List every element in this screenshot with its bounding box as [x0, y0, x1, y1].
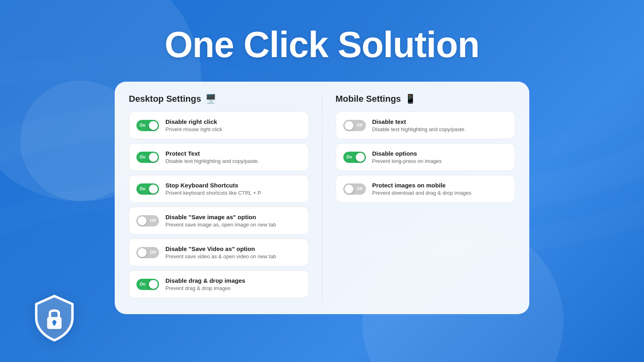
mobile-icon: 📱	[405, 94, 416, 104]
setting-title-protect-images-mobile: Protect images on mobile	[372, 182, 508, 189]
toggle-knob-3	[149, 185, 158, 193]
setting-desc-save-video: Prevent save video as & open video on ne…	[165, 253, 301, 259]
setting-text-disable-right-click: Disable right click Privent mouse right …	[165, 118, 301, 132]
setting-text-drag-drop: Disable drag & drop images Prevent drag …	[165, 277, 301, 291]
toggle-knob-m1	[345, 121, 353, 130]
setting-title-protect-text: Protect Text	[165, 150, 301, 157]
setting-title-drag-drop: Disable drag & drop images	[165, 277, 301, 284]
setting-desc-protect-text: Disable text highlighting and copy/paste…	[165, 158, 301, 164]
shield-lock-icon	[28, 292, 80, 346]
toggle-protect-images-mobile[interactable]: Off	[343, 183, 366, 195]
settings-card: Desktop Settings 🖥️ On Disable right cli…	[115, 82, 529, 314]
toggle-label-on-m2: On	[347, 155, 353, 159]
setting-item-disable-options-mobile: On Disable options Prevent long-press on…	[336, 143, 516, 171]
panel-divider	[322, 94, 322, 302]
setting-item-disable-right-click: On Disable right click Privent mouse rig…	[129, 111, 309, 139]
toggle-label-on: On	[140, 123, 146, 128]
setting-item-protect-text: On Protect Text Disable text highlightin…	[129, 143, 309, 171]
setting-desc-disable-text-mobile: Disable text highlighting and copy/paste…	[372, 126, 508, 132]
desktop-panel-title-text: Desktop Settings	[129, 94, 201, 104]
setting-item-save-image: Off Disable "Save image as" option Preve…	[129, 207, 309, 234]
toggle-knob-4	[138, 216, 147, 225]
svg-rect-2	[53, 322, 56, 325]
setting-text-save-image: Disable "Save image as" option Prevent s…	[165, 214, 301, 228]
setting-item-disable-text-mobile: Off Disable text Disable text highlighti…	[336, 111, 516, 139]
toggle-label-on-3: On	[140, 187, 146, 191]
toggle-knob	[149, 121, 158, 130]
setting-title-disable-options-mobile: Disable options	[372, 150, 508, 157]
toggle-knob-6	[149, 280, 158, 289]
setting-item-save-video: Off Disable "Save Video as" option Preve…	[129, 239, 309, 266]
toggle-disable-right-click[interactable]: On	[136, 120, 159, 131]
page-title: One Click Solution	[165, 24, 479, 66]
desktop-panel: Desktop Settings 🖥️ On Disable right cli…	[129, 94, 309, 302]
page-content: One Click Solution Desktop Settings 🖥️ O…	[0, 0, 644, 362]
mobile-panel-title: Mobile Settings 📱	[336, 94, 516, 104]
toggle-knob-5	[138, 248, 147, 257]
toggle-drag-drop[interactable]: On	[136, 279, 159, 290]
desktop-panel-title: Desktop Settings 🖥️	[129, 94, 309, 104]
setting-desc-save-image: Prevent save image as, open image on new…	[165, 222, 301, 228]
toggle-label-off-m3: Off	[357, 187, 363, 191]
setting-desc-disable-right-click: Privent mouse right click	[165, 126, 301, 132]
toggle-save-video[interactable]: Off	[136, 247, 159, 258]
setting-title-disable-text-mobile: Disable text	[372, 118, 508, 125]
setting-title-keyboard-shortcuts: Stop Keyboard Shortcuts	[165, 182, 301, 189]
toggle-label-off-5: Off	[150, 250, 156, 255]
toggle-keyboard-shortcuts[interactable]: On	[136, 183, 159, 195]
toggle-label-on-2: On	[140, 155, 146, 159]
mobile-panel: Mobile Settings 📱 Off Disable text Disab…	[336, 94, 516, 302]
setting-item-drag-drop: On Disable drag & drop images Prevent dr…	[129, 270, 309, 298]
mobile-panel-title-text: Mobile Settings	[336, 94, 401, 104]
setting-title-save-image: Disable "Save image as" option	[165, 214, 301, 220]
toggle-label-off-4: Off	[150, 218, 156, 223]
toggle-disable-text-mobile[interactable]: Off	[343, 120, 366, 131]
desktop-icon: 🖥️	[205, 94, 216, 104]
toggle-disable-options-mobile[interactable]: On	[343, 152, 366, 163]
setting-title-disable-right-click: Disable right click	[165, 118, 301, 125]
setting-item-protect-images-mobile: Off Protect images on mobile Prevent dow…	[336, 175, 516, 203]
toggle-knob-m2	[356, 153, 365, 162]
toggle-label-on-6: On	[140, 282, 146, 286]
setting-item-keyboard-shortcuts: On Stop Keyboard Shortcuts Privent keybo…	[129, 175, 309, 203]
setting-desc-protect-images-mobile: Prevent download and drag & drop images	[372, 190, 508, 196]
setting-desc-keyboard-shortcuts: Privent keyboard shortcuts like CTRL + P	[165, 190, 301, 196]
setting-desc-disable-options-mobile: Prevent long-press on images	[372, 158, 508, 164]
toggle-protect-text[interactable]: On	[136, 152, 159, 163]
setting-text-keyboard-shortcuts: Stop Keyboard Shortcuts Privent keyboard…	[165, 182, 301, 196]
toggle-label-off-m1: Off	[357, 123, 363, 128]
setting-text-disable-options-mobile: Disable options Prevent long-press on im…	[372, 150, 508, 164]
setting-desc-drag-drop: Prevent drag & drop images	[165, 285, 301, 291]
toggle-knob-m3	[345, 185, 353, 193]
setting-text-protect-images-mobile: Protect images on mobile Prevent downloa…	[372, 182, 508, 196]
setting-text-save-video: Disable "Save Video as" option Prevent s…	[165, 245, 301, 259]
setting-text-protect-text: Protect Text Disable text highlighting a…	[165, 150, 301, 164]
setting-title-save-video: Disable "Save Video as" option	[165, 245, 301, 252]
toggle-knob-2	[149, 153, 158, 162]
setting-text-disable-text-mobile: Disable text Disable text highlighting a…	[372, 118, 508, 132]
toggle-save-image[interactable]: Off	[136, 215, 159, 226]
